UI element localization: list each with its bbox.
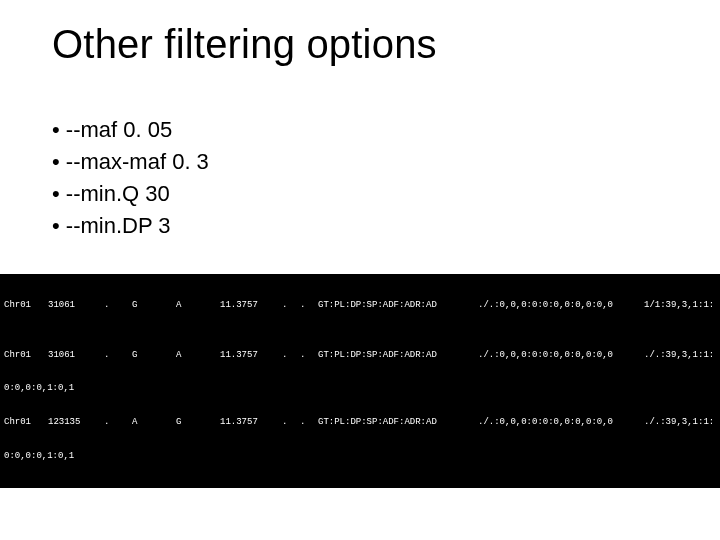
bullet-list: --maf 0. 05 --max-maf 0. 3 --min.Q 30 --…: [52, 114, 209, 242]
vcf-row-wrap: 0:0,0:0,1:0,1: [4, 383, 716, 394]
col-id: .: [104, 417, 132, 428]
bullet-item: --min.DP 3: [52, 210, 209, 242]
bullet-item: --max-maf 0. 3: [52, 146, 209, 178]
col-info: .: [300, 350, 318, 361]
vcf-row: Chr01 31061 . G A 11.3757 . . GT:PL:DP:S…: [4, 300, 716, 311]
col-chrom: Chr01: [4, 300, 48, 311]
vcf-row: Chr01 31061 . G A 11.3757 . . GT:PL:DP:S…: [4, 350, 716, 361]
col-pos: 123135: [48, 417, 104, 428]
col-format: GT:PL:DP:SP:ADF:ADR:AD: [318, 350, 478, 361]
vcf-row-wrap: 0:0,0:0,1:0,1: [4, 451, 716, 462]
col-ref: G: [132, 350, 176, 361]
col-id: .: [104, 300, 132, 311]
col-format: GT:PL:DP:SP:ADF:ADR:AD: [318, 300, 478, 311]
col-alt: A: [176, 300, 220, 311]
bullet-item: --min.Q 30: [52, 178, 209, 210]
col-filter: .: [282, 417, 300, 428]
col-info: .: [300, 300, 318, 311]
col-chrom: Chr01: [4, 350, 48, 361]
col-sample1: ./.:0,0,0:0:0:0,0:0,0:0,0: [478, 350, 644, 361]
col-qual: 11.3757: [220, 300, 282, 311]
col-filter: .: [282, 350, 300, 361]
col-id: .: [104, 350, 132, 361]
vcf-row: Chr01 123135 . A G 11.3757 . . GT:PL:DP:…: [4, 417, 716, 428]
slide-title: Other filtering options: [52, 22, 437, 67]
col-sample2: 1/1:39,3,1:1:: [644, 300, 716, 311]
col-chrom: Chr01: [4, 417, 48, 428]
col-sample2: ./.:39,3,1:1:: [644, 417, 716, 428]
terminal-output-2: Chr01 31061 . G A 11.3757 . . GT:PL:DP:S…: [0, 324, 720, 488]
bullet-item: --maf 0. 05: [52, 114, 209, 146]
col-pos: 31061: [48, 300, 104, 311]
col-format: GT:PL:DP:SP:ADF:ADR:AD: [318, 417, 478, 428]
col-pos: 31061: [48, 350, 104, 361]
col-filter: .: [282, 300, 300, 311]
col-qual: 11.3757: [220, 350, 282, 361]
col-info: .: [300, 417, 318, 428]
col-sample1: ./.:0,0,0:0:0:0,0:0,0:0,0: [478, 417, 644, 428]
col-sample1: ./.:0,0,0:0:0:0,0:0,0:0,0: [478, 300, 644, 311]
col-sample2: ./.:39,3,1:1:: [644, 350, 716, 361]
col-ref: A: [132, 417, 176, 428]
slide: Other filtering options --maf 0. 05 --ma…: [0, 0, 720, 540]
col-alt: A: [176, 350, 220, 361]
col-alt: G: [176, 417, 220, 428]
col-qual: 11.3757: [220, 417, 282, 428]
col-ref: G: [132, 300, 176, 311]
